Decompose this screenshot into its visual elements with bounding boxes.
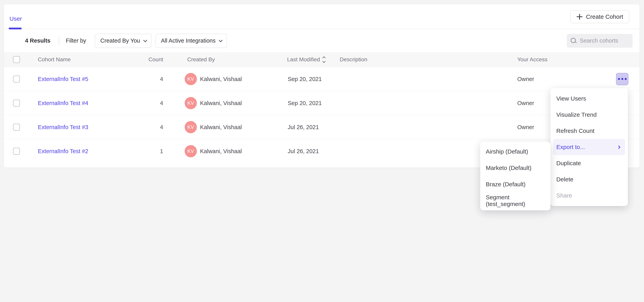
cohort-count: 1: [122, 148, 163, 154]
more-options-button[interactable]: [616, 73, 628, 85]
plus-icon: [576, 14, 582, 20]
create-cohort-button[interactable]: Create Cohort: [570, 10, 630, 23]
cohort-count: 4: [122, 76, 163, 82]
tab-user[interactable]: User: [10, 16, 22, 22]
results-count: 4 Results: [25, 38, 50, 44]
cohort-name-link[interactable]: ExternalInfo Test #2: [38, 148, 88, 154]
avatar: KV: [185, 97, 197, 109]
tab-bar: User Create Cohort: [4, 4, 640, 29]
export-to-label: Export to...: [556, 144, 585, 150]
last-modified-date: Jul 26, 2021: [288, 148, 319, 154]
create-cohort-label: Create Cohort: [586, 14, 623, 20]
cohort-name-link[interactable]: ExternalInfo Test #4: [38, 100, 88, 106]
cohort-count: 4: [122, 124, 163, 130]
column-header-description: Description: [340, 56, 367, 63]
last-modified-date: Sep 20, 2021: [288, 76, 322, 82]
avatar: KV: [185, 73, 197, 85]
chevron-down-icon: [219, 38, 223, 42]
table-row: ExternalInfo Test #3 4 KV Kalwani, Visha…: [4, 115, 640, 139]
menu-item-share: Share: [550, 188, 628, 204]
table-header: Cohort Name Count Created By Last Modifi…: [4, 52, 640, 67]
cohort-name-link[interactable]: ExternalInfo Test #3: [38, 124, 88, 130]
search-cohorts-box[interactable]: [567, 34, 632, 48]
submenu-item-braze[interactable]: Braze (Default): [480, 176, 550, 192]
created-by-filter-dropdown[interactable]: Created By You: [95, 34, 152, 48]
menu-item-export-to[interactable]: Export to...: [553, 139, 625, 155]
search-input[interactable]: [580, 38, 644, 44]
tab-user-label: User: [10, 16, 22, 22]
menu-item-delete[interactable]: Delete: [550, 171, 628, 188]
column-header-your-access: Your Access: [517, 56, 548, 63]
integrations-filter-dropdown[interactable]: All Active Integrations: [156, 34, 227, 48]
menu-item-visualize-trend[interactable]: Visualize Trend: [550, 107, 628, 123]
sort-icon: [323, 57, 325, 62]
table-row: ExternalInfo Test #4 4 KV Kalwani, Visha…: [4, 91, 640, 115]
column-header-count: Count: [122, 56, 163, 63]
menu-item-duplicate[interactable]: Duplicate: [550, 155, 628, 171]
row-checkbox[interactable]: [13, 148, 20, 155]
column-header-last-modified[interactable]: Last Modified: [287, 56, 325, 63]
last-modified-date: Jul 26, 2021: [288, 124, 319, 130]
creator-name: Kalwani, Vishaal: [200, 100, 242, 106]
submenu-item-marketo[interactable]: Marketo (Default): [480, 160, 550, 176]
created-by-filter-value: Created By You: [100, 38, 140, 44]
column-header-created-by: Created By: [187, 56, 215, 63]
export-submenu: Airship (Default) Marketo (Default) Braz…: [480, 142, 550, 210]
creator-name: Kalwani, Vishaal: [200, 148, 242, 154]
row-checkbox[interactable]: [13, 100, 20, 106]
table-row: ExternalInfo Test #5 4 KV Kalwani, Visha…: [4, 67, 640, 91]
menu-item-refresh-count[interactable]: Refresh Count: [550, 123, 628, 139]
submenu-item-airship[interactable]: Airship (Default): [480, 143, 550, 160]
cohort-count: 4: [122, 100, 163, 106]
last-modified-date: Sep 20, 2021: [288, 100, 322, 106]
submenu-item-segment[interactable]: Segment (test_segment): [480, 192, 550, 209]
search-icon: [571, 38, 576, 44]
access-level: Owner: [517, 76, 534, 82]
toolbar-divider: [59, 37, 59, 45]
last-modified-label: Last Modified: [287, 56, 320, 63]
cohort-name-link[interactable]: ExternalInfo Test #5: [38, 76, 88, 82]
select-all-checkbox[interactable]: [13, 56, 20, 63]
access-level: Owner: [517, 124, 534, 130]
cohort-context-menu: View Users Visualize Trend Refresh Count…: [550, 88, 628, 206]
creator-name: Kalwani, Vishaal: [200, 124, 242, 130]
chevron-right-icon: [617, 145, 620, 149]
integrations-filter-value: All Active Integrations: [161, 38, 216, 44]
chevron-down-icon: [143, 38, 147, 42]
avatar: KV: [185, 121, 197, 133]
row-checkbox[interactable]: [13, 124, 20, 130]
avatar: KV: [185, 145, 197, 157]
toolbar: 4 Results Filter by Created By You All A…: [4, 29, 640, 52]
creator-name: Kalwani, Vishaal: [200, 76, 242, 82]
filter-by-label: Filter by: [66, 38, 86, 44]
more-options-icon: [618, 78, 627, 80]
menu-item-view-users[interactable]: View Users: [550, 90, 628, 107]
column-header-cohort-name: Cohort Name: [38, 56, 71, 63]
access-level: Owner: [517, 100, 534, 106]
row-checkbox[interactable]: [13, 76, 20, 82]
